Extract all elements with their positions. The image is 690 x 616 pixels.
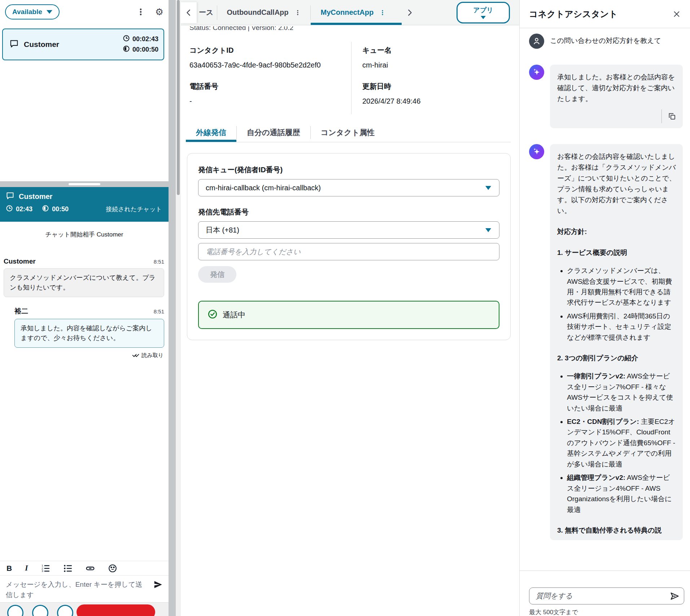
message-bubble: 承知しました。内容を確認しながらご案内しますので、少々お待ちください。 [14, 319, 164, 348]
agent-status-label: Available [12, 8, 42, 16]
tab-my-call-history[interactable]: 自分の通話履歴 [237, 123, 310, 142]
send-message-icon[interactable] [153, 580, 163, 592]
field-label: コンタクトID [189, 45, 351, 55]
user-avatar [529, 34, 544, 49]
chevron-down-icon [47, 10, 52, 14]
bold-icon[interactable]: B [6, 564, 12, 573]
ai-sparkle-icon [529, 65, 544, 80]
send-question-icon[interactable] [669, 591, 680, 601]
tab-outboundcallapp[interactable]: OutboundCallApp [217, 0, 310, 25]
app-status-line: Status: Connected | Version: 2.0.2 [189, 26, 519, 34]
tab-contact-attributes[interactable]: コンタクト属性 [311, 123, 385, 142]
chat-system-message: チャット開始相手 Customer [0, 230, 169, 239]
country-select-value: 日本 (+81) [206, 225, 239, 235]
end-chat-button[interactable] [77, 604, 155, 616]
field-label: キュー名 [362, 45, 511, 55]
user-question-text: この問い合わせの対応方針を教えて [550, 34, 661, 49]
copy-icon[interactable] [668, 112, 676, 121]
contact-name: Customer [24, 40, 59, 49]
tab-outbound-call[interactable]: 外線発信 [186, 123, 236, 142]
quick-action-button-3[interactable] [57, 605, 73, 616]
scrollbar-thumb[interactable] [177, 0, 180, 195]
question-input-placeholder: 質問をする [536, 591, 669, 601]
contact-field: キュー名 cm-hirai [351, 42, 511, 78]
assistant-ai-message: 承知しました。お客様との会話内容を確認して、適切な対応方針をご案内いたします。 [529, 65, 683, 128]
agent-status-button[interactable]: Available [5, 4, 60, 19]
tab-kebab-icon[interactable] [379, 9, 386, 16]
message-time: 8:51 [154, 259, 164, 265]
italic-icon[interactable]: I [25, 564, 28, 573]
vertical-panel-divider[interactable] [169, 0, 176, 616]
quick-action-button-1[interactable] [7, 605, 23, 616]
question-input[interactable]: 質問をする [529, 587, 684, 604]
country-select[interactable]: 日本 (+81) [198, 221, 499, 239]
phone-number-input[interactable]: 電話番号を入力してください [198, 243, 499, 260]
call-status-text: 通話中 [223, 310, 245, 320]
list-item: 組織管理プランv2: AWS全サービス全リージョン4%OFF - AWS Org… [567, 472, 676, 515]
tab-label: MyConnectApp [321, 8, 374, 17]
hold-clock-icon [123, 45, 130, 54]
chevron-down-icon [485, 186, 491, 190]
workspace-scrollbar[interactable] [176, 0, 181, 616]
message-input[interactable]: メッセージを入力し、Enter キーを押して送信します [0, 576, 169, 602]
settings-gear-icon[interactable]: ⚙ [155, 7, 163, 17]
tab-kebab-icon[interactable] [294, 9, 301, 16]
emoji-icon[interactable] [108, 564, 117, 573]
chat-bubble-icon [9, 39, 19, 50]
section-2-list: 一律割引プランv2: AWS全サービス全リージョン7%OFF - 様々なAWSサ… [557, 371, 676, 515]
chat-message-customer: Customer 8:51 クラスメソッドメンバーズについて教えて。プランも知り… [4, 257, 164, 297]
field-value: 2026/4/27 8:49:46 [362, 97, 511, 105]
panel-resize-handle[interactable] [0, 181, 169, 187]
clock-icon [123, 35, 130, 44]
section-1-list: クラスメソッドメンバーズは、AWS総合支援サービスで、初期費用・月額費用無料で利… [557, 265, 676, 343]
numbered-list-icon[interactable]: 123 [41, 564, 50, 573]
tab-scroll-right-icon[interactable] [402, 2, 418, 23]
composer-toolbar: B I 123 [0, 561, 169, 576]
check-circle-icon [208, 309, 218, 321]
active-contact-card[interactable]: Customer 00:02:43 00:00:50 [2, 29, 164, 60]
message-input-placeholder: メッセージを入力し、Enter キーを押して送信します [6, 581, 142, 599]
hold-duration: 00:00:50 [132, 46, 158, 53]
field-label: 電話番号 [189, 82, 351, 91]
policy-heading: 対応方針: [557, 226, 676, 237]
kebab-menu-icon[interactable] [136, 8, 145, 16]
message-author: 裕二 [14, 307, 28, 316]
chat-duration: 02:43 [16, 205, 32, 213]
ai-sparkle-icon [529, 144, 544, 159]
ai-message-bubble: お客様との会話内容を確認いたしました。お客様は「クラスメソッドメンバーズ」につい… [550, 144, 683, 540]
app-tabbar: ース OutboundCallApp MyConnectApp [181, 0, 519, 25]
ai-message-bubble: 承知しました。お客様との会話内容を確認して、適切な対応方針をご案内いたします。 [550, 65, 683, 128]
list-item: EC2・CDN割引プラン: 主要EC2オンデマンド15%OFF、CloudFro… [567, 416, 676, 469]
section-3-heading: 3. 無料で自動付帯される特典の説 [557, 525, 676, 536]
link-icon[interactable] [86, 564, 95, 573]
apps-menu-button[interactable]: アプリ [457, 2, 510, 23]
agent-workspace: Available ⚙ Customer 00:02:43 [0, 0, 690, 616]
call-feature-tabs: 外線発信 自分の通話履歴 コンタクト属性 [186, 123, 511, 142]
composer-action-bar [0, 602, 169, 616]
queue-select[interactable]: cm-hirai-callback (cm-hirai-callback) [198, 179, 499, 196]
close-icon[interactable] [673, 10, 681, 18]
quick-action-button-2[interactable] [32, 605, 48, 616]
tab-myconnectapp[interactable]: MyConnectApp [311, 0, 402, 25]
assistant-input-area: 質問をする 最大 500文字まで [520, 571, 690, 616]
list-item: AWS利用費割引、24時間365日の技術サポート、セキュリティ設定などが標準で提… [567, 311, 676, 343]
ccp-panel: Available ⚙ Customer 00:02:43 [0, 0, 169, 616]
queue-select-value: cm-hirai-callback (cm-hirai-callback) [206, 184, 321, 192]
message-bubble: クラスメソッドメンバーズについて教えて。プランも知りたいです。 [4, 268, 164, 297]
tab-partial-label[interactable]: ース [197, 8, 217, 17]
chat-hold-duration: 00:50 [52, 205, 69, 213]
section-1-heading: 1. サービス概要の説明 [557, 247, 676, 258]
destination-label: 発信先電話番号 [198, 207, 499, 217]
list-item: クラスメソッドメンバーズは、AWS総合支援サービスで、初期費用・月額費用無料で利… [567, 265, 676, 308]
tab-scroll-left-icon[interactable] [181, 2, 197, 23]
bullet-list-icon[interactable] [63, 564, 73, 573]
contact-field: コンタクトID 63a40653-7a9c-4fde-9acf-980b5e2d… [189, 42, 351, 78]
queue-select-label: 発信キュー(発信者ID番号) [198, 165, 499, 175]
assistant-user-message: この問い合わせの対応方針を教えて [529, 34, 683, 49]
contact-field: 電話番号 - [189, 78, 351, 114]
character-limit-hint: 最大 500文字まで [529, 608, 684, 616]
field-label: 更新日時 [362, 82, 511, 91]
section-2-heading: 2. 3つの割引プランの紹介 [557, 353, 676, 364]
phone-number-placeholder: 電話番号を入力してください [206, 247, 301, 257]
dial-button[interactable]: 発信 [198, 266, 236, 283]
